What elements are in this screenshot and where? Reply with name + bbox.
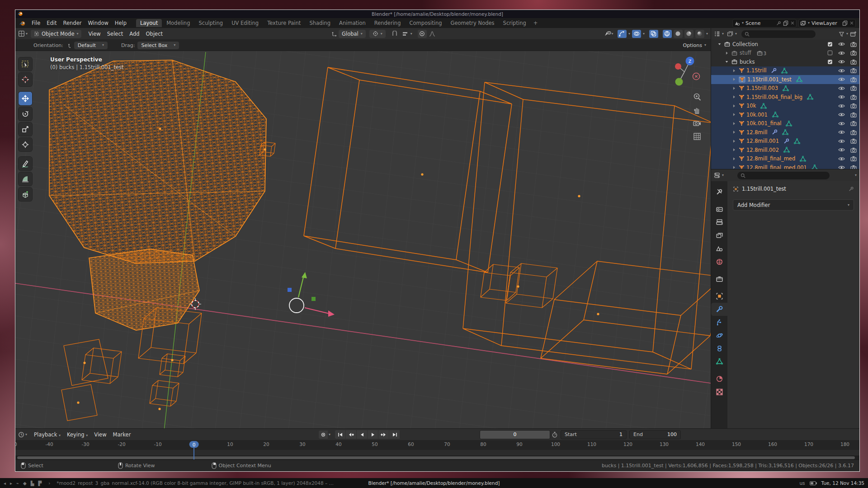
tool-select-box-button[interactable] (19, 57, 32, 71)
tab-particles-properties[interactable] (711, 316, 727, 329)
collapse-arrow-icon[interactable] (731, 147, 736, 152)
playhead-current-frame[interactable]: 0 (189, 441, 199, 448)
outliner-row-12-8mill-final-med-001[interactable]: 12.8mill_final_med.001 (711, 163, 859, 169)
tab-world-properties[interactable] (711, 255, 727, 268)
tab-physics-properties[interactable] (711, 329, 727, 342)
expand-arrow-icon[interactable] (717, 42, 722, 47)
timeline-scrollbar[interactable] (15, 455, 859, 460)
viewport-menu-object[interactable]: Object (143, 30, 166, 38)
tab-shading[interactable]: Shading (305, 19, 335, 27)
breadcrumb-object-name[interactable]: 1.15trill.001_test (742, 186, 786, 192)
topbar-menu-file[interactable]: File (28, 19, 43, 27)
xray-toggle[interactable] (649, 30, 658, 38)
hide-in-viewport-eye-icon[interactable] (838, 121, 845, 126)
outliner-search-input[interactable] (752, 31, 812, 37)
snap-toggle[interactable] (390, 30, 399, 38)
tab-object-data-properties[interactable] (711, 355, 727, 368)
topbar-menu-help[interactable]: Help (112, 19, 130, 27)
shading-wireframe-button[interactable] (663, 30, 672, 38)
disable-in-renders-camera-icon[interactable] (850, 42, 857, 47)
tab-uv-editing[interactable]: UV Editing (227, 19, 263, 27)
topbar-menu-edit[interactable]: Edit (43, 19, 60, 27)
clock[interactable]: Tue, 12 Nov 14:35 (821, 480, 864, 486)
collapse-arrow-icon[interactable] (731, 103, 736, 108)
blender-logo-icon[interactable] (19, 20, 26, 27)
shading-solid-button[interactable] (674, 30, 683, 38)
tab-object-properties[interactable] (711, 290, 727, 303)
current-frame-field[interactable]: 0 (480, 430, 550, 439)
collapse-arrow-icon[interactable] (731, 86, 736, 91)
collapse-arrow-icon[interactable] (731, 94, 736, 99)
disable-in-renders-camera-icon[interactable] (850, 103, 857, 108)
taskbar-active-window[interactable]: Blender* [/home/amalie/Desktop/blender/m… (368, 480, 500, 486)
jump-to-end-button[interactable] (389, 430, 400, 439)
hide-in-viewport-eye-icon[interactable] (838, 77, 845, 82)
taskbar-launcher-icons[interactable]: ◂▸⌁◆▙▛› (4, 481, 50, 486)
tab-material-properties[interactable] (711, 372, 727, 385)
tool-rotate-button[interactable] (19, 107, 32, 121)
collapse-arrow-icon[interactable] (731, 77, 736, 82)
new-viewlayer-icon[interactable] (842, 20, 848, 26)
tab-layout[interactable]: Layout (136, 19, 162, 27)
tab-modeling[interactable]: Modeling (162, 19, 194, 27)
outliner-row-collection[interactable]: Collection (711, 40, 859, 49)
tab-render-properties[interactable] (711, 203, 727, 216)
tab-tool-properties[interactable] (711, 186, 727, 199)
options-dropdown[interactable]: Options ▾ (683, 42, 706, 48)
hide-in-viewport-eye-icon[interactable] (838, 86, 845, 91)
collapse-arrow-icon[interactable] (731, 165, 736, 169)
close-icon[interactable] (790, 21, 795, 25)
hide-in-viewport-eye-icon[interactable] (838, 130, 845, 135)
collapse-arrow-icon[interactable] (731, 68, 736, 73)
hide-in-viewport-eye-icon[interactable] (838, 42, 845, 47)
window-titlebar[interactable]: Blender* [/home/amalie/Desktop/blender/m… (15, 10, 859, 18)
frame-end-field[interactable]: End 100 (629, 430, 681, 439)
collapse-arrow-icon[interactable] (724, 51, 729, 56)
tool-transform-button[interactable] (19, 138, 32, 151)
viewport-menu-add[interactable]: Add (126, 30, 142, 38)
previous-keyframe-button[interactable] (346, 430, 356, 439)
tab-collection-properties[interactable] (711, 272, 727, 286)
outliner-row-stuff[interactable]: stuff3 (711, 49, 859, 58)
disable-in-renders-camera-icon[interactable] (850, 138, 857, 144)
tab-texture-properties[interactable] (711, 385, 727, 399)
disable-in-renders-camera-icon[interactable] (850, 165, 857, 169)
outliner-row-10k[interactable]: 10k (711, 102, 859, 111)
outliner-row-1-15trill-003[interactable]: 1.15trill.003 (711, 84, 859, 93)
properties-options-dropdown[interactable]: ▾ (855, 174, 857, 177)
outliner-row-12-8mill-001[interactable]: 12.8mill.001 (711, 137, 859, 146)
tab-scripting[interactable]: Scripting (499, 19, 530, 27)
viewport-menu-select[interactable]: Select (104, 30, 126, 38)
outliner-row-12-8mill-final-med[interactable]: 12.8mill_final_med (711, 155, 859, 164)
disable-in-renders-camera-icon[interactable] (850, 59, 857, 65)
properties-search[interactable] (737, 172, 830, 179)
checkbox-unchecked-icon[interactable] (827, 50, 833, 56)
disable-in-renders-camera-icon[interactable] (850, 121, 857, 126)
outliner-row-1-15trill-001-test[interactable]: 1.15trill.001_test (711, 75, 859, 84)
scene-selector[interactable]: ▾ Scene (732, 19, 797, 28)
tool-move-button[interactable] (19, 92, 32, 105)
editor-type-icon[interactable] (714, 31, 720, 37)
pan-hand-button[interactable] (693, 106, 702, 115)
jump-to-start-button[interactable] (335, 430, 345, 439)
topbar-menu-render[interactable]: Render (60, 19, 85, 27)
outliner-row-12-8mill[interactable]: 12.8mill (711, 128, 859, 137)
timeline-ruler[interactable]: -50-40-30-20-100102030405060708090100110… (15, 440, 859, 449)
proportional-editing-toggle[interactable] (418, 30, 427, 38)
pivot-selector[interactable]: ▾ (369, 30, 386, 38)
overlays-dropdown[interactable]: ▾ (643, 32, 645, 36)
outliner-row-1-15trill-004-final-big[interactable]: 1.15trill.004_final_big (711, 93, 859, 102)
filter-icon[interactable] (839, 31, 844, 37)
pin-icon[interactable] (776, 21, 781, 26)
tab-compositing[interactable]: Compositing (405, 19, 446, 27)
collapse-arrow-icon[interactable] (731, 139, 736, 144)
gizmo-dropdown[interactable]: ▾ (628, 32, 630, 36)
editor-type-icon[interactable] (18, 432, 24, 438)
show-visibility-dropdown[interactable]: ▾ (602, 30, 616, 38)
use-preview-range-toggle[interactable] (552, 432, 558, 438)
shading-rendered-button[interactable] (695, 30, 704, 38)
editor-type-icon[interactable] (18, 30, 25, 37)
orientation-default-dropdown[interactable]: Default ▾ (74, 42, 108, 49)
disable-in-renders-camera-icon[interactable] (850, 50, 857, 56)
disable-in-renders-camera-icon[interactable] (850, 68, 857, 73)
